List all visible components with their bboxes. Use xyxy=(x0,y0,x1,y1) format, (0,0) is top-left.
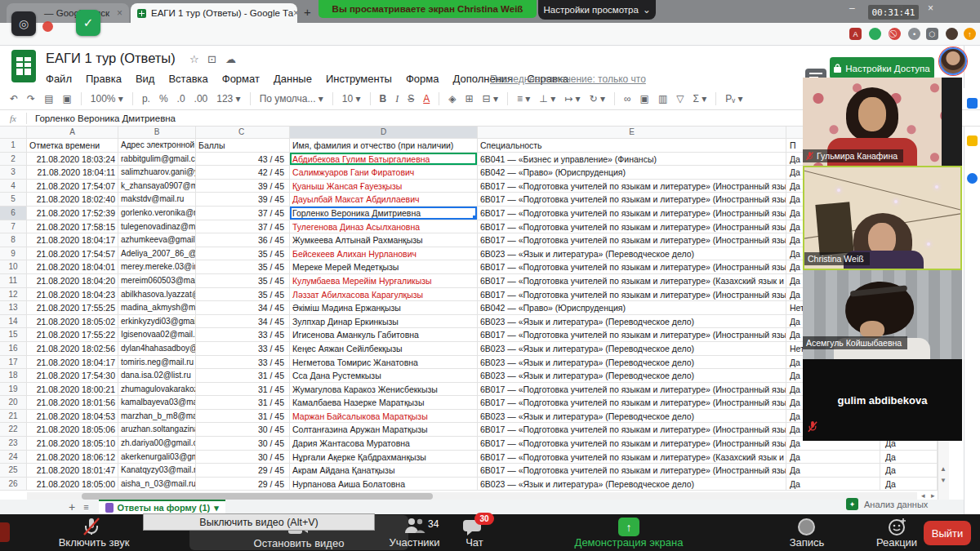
cell-score[interactable]: 31 / 45 xyxy=(196,396,290,410)
row-number[interactable]: 14 xyxy=(0,315,27,329)
cell-name[interactable]: Дария Жантасова Муратовна xyxy=(290,437,478,451)
cell-score[interactable]: 31 / 45 xyxy=(196,383,290,397)
cell-extra[interactable]: Да xyxy=(880,464,938,478)
row-number[interactable]: 10 xyxy=(0,260,27,274)
cell-email[interactable]: azhumkeeva@gmail.com xyxy=(118,233,196,247)
cell-specialty[interactable]: 6B017 — «Подготовка учителей по языкам и… xyxy=(478,451,786,464)
cell-email[interactable]: erkinkyzydi03@gmail.com xyxy=(118,315,196,329)
cell-specialty[interactable]: 6B017 — «Подготовка учителей по языкам и… xyxy=(478,220,786,234)
cell-specialty[interactable]: 6B017 — «Подготовка учителей по языкам и… xyxy=(478,396,786,410)
cell-email[interactable]: abilkhasova.lyazzat@mai xyxy=(118,288,196,302)
cell-name[interactable]: Нұрғали Ақерке Қабдрахманқызы xyxy=(290,451,478,464)
cell-name[interactable]: Сса Дана Рустемкызы xyxy=(290,369,478,383)
share-access-button[interactable]: Настройки Доступа xyxy=(830,57,934,79)
cell-name[interactable]: Абдибекова Гулим Батыргалиевна xyxy=(290,153,478,167)
cell-specialty[interactable]: 6B023 — «Язык и литература» (Переводческ… xyxy=(478,369,786,383)
row-number[interactable]: 22 xyxy=(0,423,27,437)
participants-icon[interactable] xyxy=(403,517,426,538)
cell-email[interactable]: madina_akmysh@mail.ru xyxy=(118,301,196,315)
row-number[interactable]: 24 xyxy=(0,451,27,464)
cell-email[interactable]: zhumagulovakarakoz@m xyxy=(118,383,196,397)
cell-email[interactable]: akerkenurgali03@gmail.c xyxy=(118,451,196,464)
corner-cell[interactable] xyxy=(0,127,27,139)
cell-timestamp[interactable]: 21.08.2020 18:04:17 xyxy=(27,356,118,370)
unmute-button[interactable]: Включить звук xyxy=(24,536,163,549)
row-number[interactable]: 25 xyxy=(0,464,27,478)
blocker-extension-icon[interactable]: ⃠ xyxy=(889,28,901,40)
cell-email[interactable]: dylan4hahasadboy@gma xyxy=(118,342,196,356)
cell-specialty[interactable]: 6B017 — «Подготовка учителей по языкам и… xyxy=(478,207,786,220)
cell-score[interactable]: 30 / 45 xyxy=(196,437,290,451)
cell-name[interactable]: Солтанғазина Аружан Маратқызы xyxy=(290,423,478,437)
menu-tools[interactable]: Инструменты xyxy=(326,73,392,85)
strikethrough-icon[interactable]: S xyxy=(408,93,414,104)
tasks-icon[interactable] xyxy=(967,173,978,184)
cell-email[interactable]: aisha_n_03@mail.ru xyxy=(118,478,196,491)
row-number[interactable]: 8 xyxy=(0,233,27,247)
cell-specialty[interactable]: 6B023 — «Язык и литература» (Переводческ… xyxy=(478,478,786,491)
zoom-overlay-icon[interactable]: ◎ xyxy=(11,11,36,36)
scroll-up-icon[interactable]: ▲ xyxy=(940,465,947,473)
participants-button[interactable]: Участники xyxy=(372,536,457,549)
text-wrap-icon[interactable]: ↦ ▾ xyxy=(564,93,580,104)
cell-score[interactable]: Баллы xyxy=(196,139,290,153)
row-number[interactable]: 7 xyxy=(0,220,27,234)
tab-spreadsheet-active[interactable]: ЕАГИ 1 тур (Ответы) - Google Та × xyxy=(131,3,297,23)
cell-score[interactable]: 34 / 45 xyxy=(196,315,290,329)
cell-specialty[interactable]: 6B041 — «Бизнес и управление» (Финансы) xyxy=(478,153,786,167)
font-size-select[interactable]: 10 ▾ xyxy=(342,93,361,104)
cell-score[interactable]: 30 / 45 xyxy=(196,423,290,437)
cell-name[interactable]: Горленко Вероника Дмитриевна xyxy=(290,207,478,220)
cell-name[interactable]: Дауылбай Максат Абдиллаевич xyxy=(290,193,478,207)
video-tile-christina-active[interactable]: Christina Weiß xyxy=(803,166,962,270)
number-format-select[interactable]: 123 ▾ xyxy=(216,93,240,104)
row-number[interactable]: 12 xyxy=(0,288,27,302)
cell-specialty[interactable]: 6B023 — «Язык и литература» (Переводческ… xyxy=(478,247,786,261)
cell-specialty[interactable]: 6B017 — «Подготовка учителей по языкам и… xyxy=(478,423,786,437)
fill-color-icon[interactable]: ◈ xyxy=(448,93,456,104)
cell-timestamp[interactable]: 21.08.2020 17:55:25 xyxy=(27,301,118,315)
screen-share-icon[interactable]: ↑ xyxy=(618,518,639,536)
cell-name[interactable]: Игисенова Аманкуль Габитовна xyxy=(290,328,478,342)
zoom-select[interactable]: 100% ▾ xyxy=(91,93,123,104)
cell-score[interactable]: 34 / 45 xyxy=(196,301,290,315)
cell-score[interactable]: 39 / 45 xyxy=(196,193,290,207)
all-sheets-icon[interactable]: ≡ xyxy=(83,502,88,512)
cell-name[interactable]: Акрам Айдана Қанатқызы xyxy=(290,464,478,478)
cell-name[interactable]: Маржан Байсалыкова Маратқызы xyxy=(290,410,478,424)
row-number[interactable]: 21 xyxy=(0,410,27,424)
merge-cells-icon[interactable]: ⊟ ▾ xyxy=(483,93,498,104)
record-icon[interactable] xyxy=(798,518,815,535)
cell-score[interactable]: 33 / 45 xyxy=(196,356,290,370)
update-icon[interactable]: ↑ xyxy=(964,28,976,40)
cell-score[interactable]: 33 / 45 xyxy=(196,328,290,342)
italic-icon[interactable]: I xyxy=(395,93,399,105)
cell-timestamp[interactable]: 21.08.2020 18:04:01 xyxy=(27,260,118,274)
reactions-button[interactable]: Реакции xyxy=(860,536,933,549)
column-header-B[interactable]: B xyxy=(118,127,196,139)
cell-email[interactable]: Адрес электронной почт xyxy=(118,139,196,153)
cell-name[interactable]: Зулпхар Динар Еркинкызы xyxy=(290,315,478,329)
cell-email[interactable]: aruzhan.soltangazina@m xyxy=(118,423,196,437)
cell-email[interactable]: mereim060503@mail.ru xyxy=(118,274,196,288)
cell-timestamp[interactable]: 21.08.2020 18:02:56 xyxy=(27,342,118,356)
paint-format-icon[interactable]: ▣ xyxy=(62,93,71,104)
cell-specialty[interactable]: 6B017 — «Подготовка учителей по языкам и… xyxy=(478,193,786,207)
cell-email[interactable]: Adeliya_2007_86_@mail. xyxy=(118,247,196,261)
cell-score[interactable]: 30 / 45 xyxy=(196,451,290,464)
row-number[interactable]: 13 xyxy=(0,301,27,315)
keep-icon[interactable] xyxy=(967,136,978,146)
cell-specialty[interactable]: 6B042 — «Право» (Юриспруденция) xyxy=(478,301,786,315)
extension-icon[interactable] xyxy=(869,28,881,40)
tab-close-icon[interactable]: × xyxy=(293,7,297,19)
cell-specialty[interactable]: 6B017 — «Подготовка учителей по языкам и… xyxy=(478,328,786,342)
window-close-button[interactable]: × xyxy=(928,2,933,14)
cell-specialty[interactable]: 6B023 — «Язык и литература» (Переводческ… xyxy=(478,356,786,370)
cell-email[interactable]: Igisenovaa02@mail.ru xyxy=(118,328,196,342)
insert-link-icon[interactable]: ∞ xyxy=(624,93,631,104)
add-sheet-button[interactable]: + xyxy=(69,500,75,513)
h-align-icon[interactable]: ≡ ▾ xyxy=(517,93,530,104)
menu-format[interactable]: Формат xyxy=(222,73,260,85)
cell-specialty[interactable]: 6B017 — «Подготовка учителей по языкам и… xyxy=(478,383,786,397)
cell-name[interactable]: Жумкеева Алтынай Рахманқызы xyxy=(290,233,478,247)
